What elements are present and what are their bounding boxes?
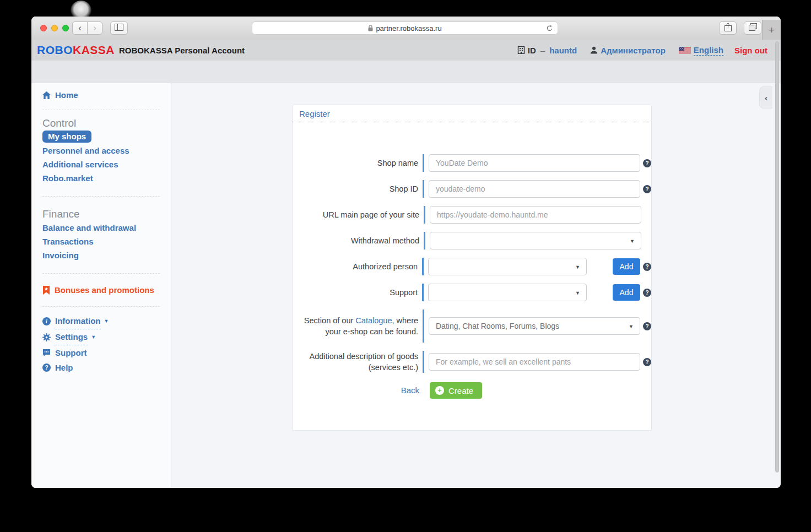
catalogue-link[interactable]: Catalogue [355,316,392,325]
form-row-catalogue: Section of our Catalogue, where your e-s… [298,310,651,343]
sidebar-item-support[interactable]: Support [42,345,160,360]
form-row-withdrawal: Withdrawal method ▼ [298,232,651,249]
gear-icon [42,333,51,341]
back-link[interactable]: Back [401,386,419,395]
sidebar-item-balance[interactable]: Balance and withdrawal [42,221,160,235]
zoom-window-button[interactable] [62,25,69,31]
withdrawal-select[interactable]: ▼ [430,232,641,249]
shop-name-label: Shop name [298,158,418,169]
logo-part-red: KASSA [73,44,115,56]
sidebar-item-bonuses-label: Bonuses and promotions [55,285,154,295]
chevron-down-icon: ▼ [91,330,96,345]
robokassa-logo[interactable]: ROBOKASSA [37,44,115,57]
reload-icon[interactable] [545,24,554,32]
dropdown-arrow-icon: ▼ [575,290,580,296]
catalogue-label: Section of our Catalogue, where your e-s… [298,315,418,337]
minimize-window-button[interactable] [51,25,58,31]
forward-button[interactable]: › [87,21,102,35]
tab-overview-button[interactable] [744,21,761,35]
accent-bar [423,154,424,172]
form-row-support: Support ▼ Add ? [298,284,651,301]
close-window-button[interactable] [40,25,47,31]
register-card: Register Shop name ? Shop ID [292,105,652,431]
sidebar-toggle-button[interactable] [110,21,128,35]
sign-out-link[interactable]: Sign out [734,46,767,55]
desktop-background: ‹ › partner.robokassa.ru [0,0,811,532]
forward-icon: › [93,23,96,32]
dropdown-arrow-icon: ▼ [629,324,634,329]
sidebar-divider [42,110,160,110]
shop-id-label: Shop ID [298,183,418,194]
sidebar-item-home[interactable]: Home [42,90,160,101]
card-title: Register [293,105,651,122]
window-controls [40,25,69,31]
user-icon [590,46,598,54]
sidebar-item-information[interactable]: i Information ▼ [42,313,160,329]
add-support-button[interactable]: Add [613,284,640,301]
sidebar-item-robomarket[interactable]: Robo.market [42,171,160,185]
browser-toolbar: ‹ › partner.robokassa.ru [31,17,781,40]
help-icon[interactable]: ? [643,289,651,297]
help-icon[interactable]: ? [643,185,651,193]
header-user-area: ID – hauntd Администратор English Sign o… [517,45,767,56]
help-icon[interactable]: ? [643,263,651,271]
site-title: ROBOKASSA Personal Account [119,46,245,55]
subheader-band [31,61,781,83]
form-row-site-url: URL main page of your site [298,206,651,224]
accent-bar [423,351,424,373]
help-icon[interactable]: ? [643,358,651,366]
us-flag-icon [679,47,691,54]
create-button[interactable]: +Create [430,382,482,399]
dropdown-arrow-icon: ▼ [575,264,580,270]
language-switch[interactable]: English [694,45,723,56]
form-row-shop-id: Shop ID ? [298,180,651,198]
sidebar-item-help-label: Help [55,360,73,375]
share-button[interactable] [719,21,737,35]
collapse-panel-handle[interactable]: ‹ [759,86,772,108]
username-link[interactable]: hauntd [549,46,577,55]
shop-id-input[interactable] [429,180,640,198]
catalogue-select-value: Dating, Chat Rooms, Forums, Blogs [436,322,559,330]
help-icon[interactable]: ? [643,159,651,167]
shop-name-input[interactable] [429,154,640,172]
authorized-person-label: Authorized person [298,261,418,272]
back-button[interactable]: ‹ [72,21,88,35]
sidebar-item-help[interactable]: ? Help [42,360,160,375]
sidebar-item-my-shops[interactable]: My shops [42,131,91,143]
sidebar-item-transactions[interactable]: Transactions [42,235,160,248]
support-select[interactable]: ▼ [428,284,587,301]
accent-bar [424,232,425,249]
help-icon[interactable]: ? [643,322,651,330]
lock-icon [368,25,373,31]
site-url-input[interactable] [430,206,641,224]
sidebar-item-information-label: Information [55,313,101,329]
plus-icon: + [435,386,444,395]
page-scrollbar[interactable] [775,41,779,473]
address-bar[interactable]: partner.robokassa.ru [252,21,558,35]
create-button-label: Create [448,386,473,395]
main-area: Register Shop name ? Shop ID [171,83,781,488]
sidebar-item-support-label: Support [55,345,87,360]
sidebar-item-bonuses[interactable]: Bonuses and promotions [42,285,160,295]
new-tab-button[interactable]: + [762,20,781,40]
accent-bar [422,258,424,275]
logo-part-blue: ROBO [37,44,73,56]
authorized-person-select[interactable]: ▼ [428,258,587,275]
sidebar-item-settings[interactable]: Settings ▼ [42,329,160,345]
sidebar-item-settings-label: Settings [55,329,88,345]
catalogue-select[interactable]: Dating, Chat Rooms, Forums, Blogs ▼ [429,317,640,335]
description-input[interactable] [429,353,640,371]
accent-bar [423,310,424,343]
sidebar-item-invoicing[interactable]: Invoicing [42,248,160,262]
sidebar-toggle-icon [115,23,123,33]
svg-text:?: ? [45,365,48,371]
sidebar-item-personnel[interactable]: Personnel and access [42,144,160,158]
site-url-label: URL main page of your site [298,209,419,220]
share-icon [725,23,732,34]
tab-overview-icon [749,23,757,33]
chat-icon [42,349,51,357]
add-authorized-person-button[interactable]: Add [613,258,640,275]
sidebar-item-additional-services[interactable]: Additional services [42,158,160,171]
role-link[interactable]: Администратор [601,46,666,55]
sidebar-heading-finance: Finance [42,208,160,221]
